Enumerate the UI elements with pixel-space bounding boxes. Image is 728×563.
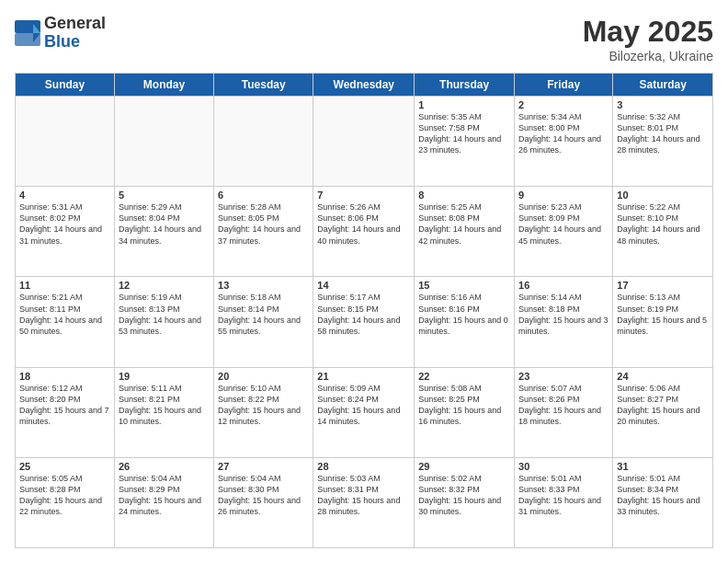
day-number: 4 bbox=[19, 190, 110, 201]
day-number: 24 bbox=[617, 371, 709, 382]
calendar-week-row: 25Sunrise: 5:05 AM Sunset: 8:28 PM Dayli… bbox=[16, 457, 713, 547]
title-block: May 2025 Bilozerka, Ukraine bbox=[583, 15, 713, 63]
day-number: 14 bbox=[317, 280, 410, 291]
weekday-header-friday: Friday bbox=[515, 74, 613, 97]
logo: General Blue bbox=[15, 15, 106, 52]
calendar-cell: 14Sunrise: 5:17 AM Sunset: 8:15 PM Dayli… bbox=[313, 277, 415, 367]
day-number: 1 bbox=[418, 99, 510, 110]
weekday-header-sunday: Sunday bbox=[16, 74, 115, 97]
day-number: 9 bbox=[518, 190, 609, 201]
calendar-cell: 13Sunrise: 5:18 AM Sunset: 8:14 PM Dayli… bbox=[214, 277, 313, 367]
calendar-cell: 12Sunrise: 5:19 AM Sunset: 8:13 PM Dayli… bbox=[114, 277, 213, 367]
calendar-cell: 26Sunrise: 5:04 AM Sunset: 8:29 PM Dayli… bbox=[114, 457, 213, 547]
day-info: Sunrise: 5:02 AM Sunset: 8:32 PM Dayligh… bbox=[418, 473, 510, 518]
day-info: Sunrise: 5:35 AM Sunset: 7:58 PM Dayligh… bbox=[418, 111, 510, 156]
day-number: 3 bbox=[617, 99, 709, 110]
day-info: Sunrise: 5:16 AM Sunset: 8:16 PM Dayligh… bbox=[418, 292, 510, 337]
logo-icon bbox=[15, 20, 40, 46]
calendar-cell: 5Sunrise: 5:29 AM Sunset: 8:04 PM Daylig… bbox=[114, 187, 213, 277]
calendar-cell: 3Sunrise: 5:32 AM Sunset: 8:01 PM Daylig… bbox=[613, 97, 713, 187]
day-number: 17 bbox=[617, 280, 709, 291]
month-title: May 2025 bbox=[583, 15, 713, 49]
calendar-cell: 29Sunrise: 5:02 AM Sunset: 8:32 PM Dayli… bbox=[415, 457, 515, 547]
calendar-cell: 28Sunrise: 5:03 AM Sunset: 8:31 PM Dayli… bbox=[313, 457, 415, 547]
day-number: 15 bbox=[418, 280, 510, 291]
day-number: 29 bbox=[418, 461, 510, 472]
day-number: 22 bbox=[418, 371, 510, 382]
day-info: Sunrise: 5:10 AM Sunset: 8:22 PM Dayligh… bbox=[218, 383, 309, 428]
calendar-week-row: 4Sunrise: 5:31 AM Sunset: 8:02 PM Daylig… bbox=[16, 187, 713, 277]
day-number: 7 bbox=[317, 190, 410, 201]
day-info: Sunrise: 5:29 AM Sunset: 8:04 PM Dayligh… bbox=[119, 201, 210, 247]
logo-general-text: General bbox=[44, 15, 106, 33]
calendar-cell: 22Sunrise: 5:08 AM Sunset: 8:25 PM Dayli… bbox=[415, 367, 515, 457]
logo-blue-text: Blue bbox=[44, 33, 106, 52]
day-info: Sunrise: 5:13 AM Sunset: 8:19 PM Dayligh… bbox=[617, 292, 709, 337]
calendar-cell: 7Sunrise: 5:26 AM Sunset: 8:06 PM Daylig… bbox=[313, 187, 415, 277]
day-info: Sunrise: 5:32 AM Sunset: 8:01 PM Dayligh… bbox=[617, 111, 709, 156]
day-info: Sunrise: 5:21 AM Sunset: 8:11 PM Dayligh… bbox=[19, 292, 110, 337]
calendar-cell: 1Sunrise: 5:35 AM Sunset: 7:58 PM Daylig… bbox=[415, 97, 515, 187]
logo-text: General Blue bbox=[44, 15, 106, 52]
day-info: Sunrise: 5:06 AM Sunset: 8:27 PM Dayligh… bbox=[617, 383, 709, 428]
day-info: Sunrise: 5:12 AM Sunset: 8:20 PM Dayligh… bbox=[19, 383, 110, 428]
calendar-cell bbox=[16, 97, 115, 187]
day-number: 10 bbox=[617, 190, 709, 201]
calendar-table: SundayMondayTuesdayWednesdayThursdayFrid… bbox=[15, 73, 713, 548]
calendar-cell: 18Sunrise: 5:12 AM Sunset: 8:20 PM Dayli… bbox=[16, 367, 115, 457]
day-info: Sunrise: 5:08 AM Sunset: 8:25 PM Dayligh… bbox=[418, 383, 510, 428]
page: General Blue May 2025 Bilozerka, Ukraine… bbox=[0, 0, 728, 563]
day-info: Sunrise: 5:03 AM Sunset: 8:31 PM Dayligh… bbox=[317, 473, 410, 518]
calendar-cell: 30Sunrise: 5:01 AM Sunset: 8:33 PM Dayli… bbox=[515, 457, 613, 547]
calendar-week-row: 18Sunrise: 5:12 AM Sunset: 8:20 PM Dayli… bbox=[16, 367, 713, 457]
calendar-cell: 15Sunrise: 5:16 AM Sunset: 8:16 PM Dayli… bbox=[415, 277, 515, 367]
calendar-cell bbox=[114, 97, 213, 187]
calendar-cell: 10Sunrise: 5:22 AM Sunset: 8:10 PM Dayli… bbox=[613, 187, 713, 277]
day-number: 6 bbox=[218, 190, 309, 201]
day-number: 12 bbox=[119, 280, 210, 291]
day-info: Sunrise: 5:01 AM Sunset: 8:34 PM Dayligh… bbox=[617, 473, 709, 518]
weekday-header-monday: Monday bbox=[114, 74, 213, 97]
day-number: 2 bbox=[518, 99, 609, 110]
calendar-cell: 27Sunrise: 5:04 AM Sunset: 8:30 PM Dayli… bbox=[214, 457, 313, 547]
day-info: Sunrise: 5:31 AM Sunset: 8:02 PM Dayligh… bbox=[19, 201, 110, 247]
calendar-cell: 6Sunrise: 5:28 AM Sunset: 8:05 PM Daylig… bbox=[214, 187, 313, 277]
day-info: Sunrise: 5:34 AM Sunset: 8:00 PM Dayligh… bbox=[518, 111, 609, 156]
calendar-cell: 21Sunrise: 5:09 AM Sunset: 8:24 PM Dayli… bbox=[313, 367, 415, 457]
calendar-cell: 24Sunrise: 5:06 AM Sunset: 8:27 PM Dayli… bbox=[613, 367, 713, 457]
day-number: 31 bbox=[617, 461, 709, 472]
calendar-cell: 31Sunrise: 5:01 AM Sunset: 8:34 PM Dayli… bbox=[613, 457, 713, 547]
calendar-cell: 8Sunrise: 5:25 AM Sunset: 8:08 PM Daylig… bbox=[415, 187, 515, 277]
weekday-header-wednesday: Wednesday bbox=[313, 74, 415, 97]
day-info: Sunrise: 5:26 AM Sunset: 8:06 PM Dayligh… bbox=[317, 201, 410, 247]
day-info: Sunrise: 5:23 AM Sunset: 8:09 PM Dayligh… bbox=[518, 201, 609, 247]
day-number: 26 bbox=[119, 461, 210, 472]
day-info: Sunrise: 5:18 AM Sunset: 8:14 PM Dayligh… bbox=[218, 292, 309, 337]
weekday-header-thursday: Thursday bbox=[415, 74, 515, 97]
day-info: Sunrise: 5:05 AM Sunset: 8:28 PM Dayligh… bbox=[19, 473, 110, 518]
day-number: 5 bbox=[119, 190, 210, 201]
day-info: Sunrise: 5:04 AM Sunset: 8:30 PM Dayligh… bbox=[218, 473, 309, 518]
day-number: 16 bbox=[518, 280, 609, 291]
day-number: 20 bbox=[218, 371, 309, 382]
calendar-cell: 16Sunrise: 5:14 AM Sunset: 8:18 PM Dayli… bbox=[515, 277, 613, 367]
day-info: Sunrise: 5:14 AM Sunset: 8:18 PM Dayligh… bbox=[518, 292, 609, 337]
weekday-header-saturday: Saturday bbox=[613, 74, 713, 97]
calendar-cell: 11Sunrise: 5:21 AM Sunset: 8:11 PM Dayli… bbox=[16, 277, 115, 367]
day-info: Sunrise: 5:01 AM Sunset: 8:33 PM Dayligh… bbox=[518, 473, 609, 518]
day-info: Sunrise: 5:17 AM Sunset: 8:15 PM Dayligh… bbox=[317, 292, 410, 337]
calendar-cell: 19Sunrise: 5:11 AM Sunset: 8:21 PM Dayli… bbox=[114, 367, 213, 457]
day-info: Sunrise: 5:07 AM Sunset: 8:26 PM Dayligh… bbox=[518, 383, 609, 428]
day-info: Sunrise: 5:04 AM Sunset: 8:29 PM Dayligh… bbox=[119, 473, 210, 518]
calendar-cell: 9Sunrise: 5:23 AM Sunset: 8:09 PM Daylig… bbox=[515, 187, 613, 277]
day-number: 13 bbox=[218, 280, 309, 291]
weekday-header-row: SundayMondayTuesdayWednesdayThursdayFrid… bbox=[16, 74, 713, 97]
calendar-cell: 4Sunrise: 5:31 AM Sunset: 8:02 PM Daylig… bbox=[16, 187, 115, 277]
calendar-cell: 2Sunrise: 5:34 AM Sunset: 8:00 PM Daylig… bbox=[515, 97, 613, 187]
day-info: Sunrise: 5:28 AM Sunset: 8:05 PM Dayligh… bbox=[218, 201, 309, 247]
calendar-cell bbox=[313, 97, 415, 187]
calendar-week-row: 1Sunrise: 5:35 AM Sunset: 7:58 PM Daylig… bbox=[16, 97, 713, 187]
day-number: 19 bbox=[119, 371, 210, 382]
calendar-cell bbox=[214, 97, 313, 187]
location-subtitle: Bilozerka, Ukraine bbox=[583, 49, 713, 63]
